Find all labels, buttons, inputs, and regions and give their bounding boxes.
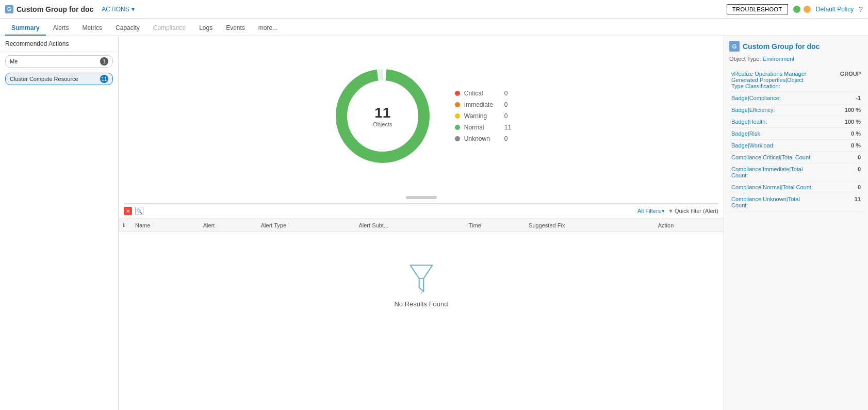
legend-immediate-dot <box>455 102 460 107</box>
property-value: 0 % <box>816 140 863 152</box>
legend-critical-count: 0 <box>504 90 508 97</box>
property-label: Badge|Compliance: <box>729 92 816 104</box>
status-icons <box>793 6 811 13</box>
property-label: Badge|Workload: <box>729 140 816 152</box>
col-alert[interactable]: Alert <box>199 219 257 232</box>
filter-me-label: Me <box>10 58 18 64</box>
filter-cluster[interactable]: Cluster Compute Resource 11 <box>5 73 113 85</box>
tab-more[interactable]: more... <box>252 21 284 36</box>
property-value: 11 <box>816 193 863 211</box>
donut-label: Objects <box>373 121 392 127</box>
donut-chart: 11 Objects <box>331 64 434 168</box>
object-type-row: Object Type: Environment <box>729 56 863 62</box>
legend-normal: Normal 11 <box>455 124 511 131</box>
property-label: vRealize Operations Manager Generated Pr… <box>729 68 816 92</box>
object-type-label: Object Type: <box>729 56 761 62</box>
svg-point-5 <box>420 292 422 294</box>
col-alert-type[interactable]: Alert Type <box>257 219 355 232</box>
col-suggested-fix[interactable]: Suggested Fix <box>525 219 654 232</box>
legend-critical: Critical 0 <box>455 90 511 97</box>
troubleshoot-button[interactable]: TROUBLESHOOT <box>727 4 788 14</box>
property-label: Compliance|Critical|Total Count: <box>729 152 816 163</box>
tab-events[interactable]: Events <box>220 21 251 36</box>
legend-critical-label: Critical <box>464 90 500 97</box>
properties-table: vRealize Operations Manager Generated Pr… <box>729 68 863 211</box>
dropdown-arrow-icon: ▾ <box>132 6 135 13</box>
all-filters-chevron-icon: ▾ <box>662 208 665 215</box>
right-panel-header: G Custom Group for doc <box>729 41 863 52</box>
legend-critical-dot <box>455 91 460 96</box>
svg-point-6 <box>419 291 420 292</box>
col-alert-subtype[interactable]: Alert Subt... <box>354 219 464 232</box>
search-button[interactable]: 🔍 <box>135 207 143 215</box>
scroll-thumb[interactable] <box>406 196 437 199</box>
property-label: Compliance|Immediate|Total Count: <box>729 163 816 182</box>
legend-warning-count: 0 <box>504 112 508 120</box>
right-panel: G Custom Group for doc Object Type: Envi… <box>724 36 868 410</box>
property-row: Compliance|Critical|Total Count: 0 <box>729 152 863 163</box>
donut-total: 11 <box>373 105 392 121</box>
property-row: Compliance|Immediate|Total Count: 0 <box>729 163 863 182</box>
right-panel-title: Custom Group for doc <box>743 42 820 51</box>
tab-capacity[interactable]: Capacity <box>109 21 146 36</box>
quick-filter-label: Quick filter (Alert) <box>675 208 718 214</box>
legend-normal-label: Normal <box>464 124 500 131</box>
property-value: GROUP <box>816 68 863 92</box>
alerts-table: ℹ Name Alert Alert Type Alert Subt... Ti… <box>119 219 724 339</box>
legend-unknown-count: 0 <box>504 135 508 142</box>
property-row: Badge|Health: 100 % <box>729 116 863 128</box>
property-label: Badge|Health: <box>729 116 816 128</box>
policy-link[interactable]: Default Policy <box>816 6 854 13</box>
funnel-icon <box>406 263 437 294</box>
donut-center: 11 Objects <box>373 105 392 127</box>
legend-warning-dot <box>455 113 460 119</box>
property-row: Compliance|Normal|Total Count: 0 <box>729 182 863 193</box>
info-icon: ℹ <box>123 222 125 228</box>
tab-bar: Summary Alerts Metrics Capacity Complian… <box>0 19 868 36</box>
help-icon[interactable]: ? <box>859 5 863 13</box>
col-name[interactable]: Name <box>131 219 199 232</box>
legend-normal-count: 11 <box>504 124 511 131</box>
legend-unknown: Unknown 0 <box>455 135 511 142</box>
top-bar: G Custom Group for doc ACTIONS ▾ TROUBLE… <box>0 0 868 19</box>
tab-logs[interactable]: Logs <box>193 21 219 36</box>
svg-point-7 <box>422 291 424 292</box>
actions-button[interactable]: ACTIONS ▾ <box>102 6 134 13</box>
tab-compliance: Compliance <box>147 21 192 36</box>
property-label: Compliance|Unknown|Total Count: <box>729 193 816 211</box>
filter-cluster-count: 11 <box>100 75 108 83</box>
property-row: Compliance|Unknown|Total Count: 11 <box>729 193 863 211</box>
no-results: No Results Found <box>119 232 724 339</box>
right-panel-icon: G <box>729 41 740 52</box>
property-value: 0 <box>816 152 863 163</box>
legend-warning: Warning 0 <box>455 112 511 120</box>
filter-me[interactable]: Me 1 <box>5 55 113 68</box>
legend-unknown-dot <box>455 136 460 141</box>
property-value: 0 <box>816 182 863 193</box>
col-time[interactable]: Time <box>465 219 525 232</box>
tab-alerts[interactable]: Alerts <box>47 21 75 36</box>
chart-scroll <box>119 196 724 203</box>
tab-summary[interactable]: Summary <box>5 21 46 36</box>
tab-metrics[interactable]: Metrics <box>76 21 108 36</box>
property-row: vRealize Operations Manager Generated Pr… <box>729 68 863 92</box>
property-row: Badge|Compliance: -1 <box>729 92 863 104</box>
all-filters-label: All Filters <box>637 208 661 214</box>
close-filter-button[interactable]: ✕ <box>124 207 132 215</box>
filter-cluster-label: Cluster Compute Resource <box>10 76 78 82</box>
property-value: 0 % <box>816 128 863 140</box>
filter-funnel-icon: ▼ <box>668 208 674 214</box>
legend-immediate-count: 0 <box>504 101 508 108</box>
all-filters-button[interactable]: All Filters ▾ <box>637 208 665 215</box>
no-results-text: No Results Found <box>394 300 448 308</box>
chart-area: 11 Objects Critical 0 Immediate 0 <box>119 36 724 196</box>
property-row: Badge|Risk: 0 % <box>729 128 863 140</box>
col-action[interactable]: Action <box>654 219 724 232</box>
property-value: 100 % <box>816 116 863 128</box>
col-info: ℹ <box>119 219 131 232</box>
table-header-row: ℹ Name Alert Alert Type Alert Subt... Ti… <box>119 219 724 232</box>
object-type-value: Environment <box>763 56 795 62</box>
legend-warning-label: Warning <box>464 112 500 120</box>
quick-filter-button[interactable]: ▼ Quick filter (Alert) <box>668 208 718 214</box>
property-label: Compliance|Normal|Total Count: <box>729 182 816 193</box>
